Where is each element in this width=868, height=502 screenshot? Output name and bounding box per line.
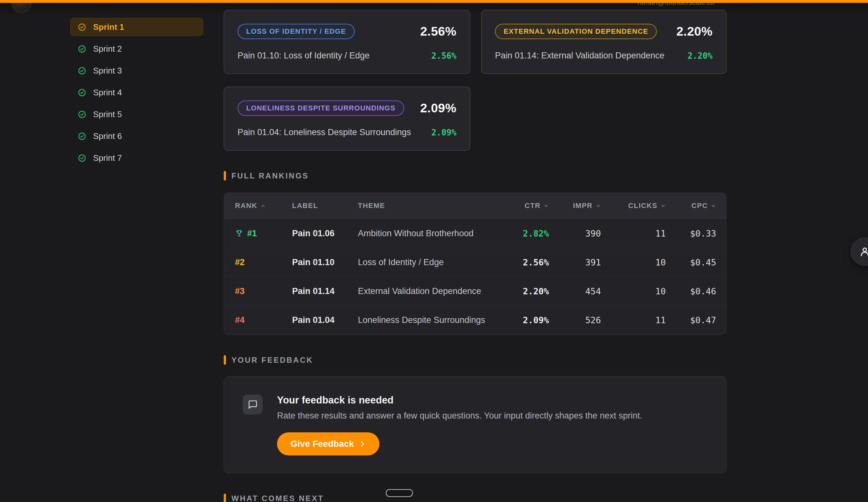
rank-cell: #4: [235, 315, 292, 325]
feedback-content: Your feedback is needed Rate these resul…: [277, 395, 642, 456]
sidebar-item-label: Sprint 5: [93, 109, 122, 119]
clicks-cell: 10: [601, 258, 666, 268]
column-header-theme[interactable]: THEME: [358, 201, 498, 210]
cpc-cell: $0.45: [666, 258, 716, 268]
section-title: WHAT COMES NEXT: [231, 494, 324, 502]
sidebar-item-sprint-7[interactable]: Sprint 7: [70, 149, 203, 167]
pain-detail: Pain 01.04: Loneliness Despite Surroundi…: [238, 127, 411, 137]
column-header-rank[interactable]: RANK: [235, 201, 292, 210]
impr-cell: 526: [549, 315, 601, 325]
clicks-cell: 10: [601, 286, 666, 296]
sidebar-item-label: Sprint 1: [93, 22, 124, 32]
sidebar-item-label: Sprint 7: [93, 153, 122, 163]
theme-badge: LONELINESS DESPITE SURROUNDINGS: [238, 101, 404, 116]
check-circle-icon: [78, 110, 86, 119]
rank-cell: #3: [235, 286, 292, 296]
speech-bubble-icon: [248, 400, 258, 410]
sidebar-item-sprint-1[interactable]: Sprint 1: [70, 18, 203, 36]
column-header-ctr[interactable]: CTR: [498, 201, 549, 210]
check-circle-icon: [78, 66, 86, 75]
ctr-value: 2.20%: [676, 24, 713, 39]
ctr-value: 2.09%: [420, 101, 456, 115]
theme-cell: Ambition Without Brotherhood: [358, 229, 498, 239]
theme-badge: LOSS OF IDENTITY / EDGE: [238, 24, 355, 39]
floating-widget-button[interactable]: [851, 238, 868, 266]
impr-cell: 454: [549, 286, 601, 296]
feedback-body: Rate these results and answer a few quic…: [277, 411, 642, 421]
top-performer-cards: LOSS OF IDENTITY / EDGE 2.56% Pain 01.10…: [224, 10, 726, 150]
section-title: FULL RANKINGS: [231, 171, 309, 180]
column-header-clicks[interactable]: CLICKS: [601, 201, 666, 210]
section-accent-bar: [224, 494, 226, 502]
trophy-icon: [235, 229, 243, 238]
ctr-cell: 2.82%: [498, 229, 549, 239]
sidebar-item-label: Sprint 2: [93, 44, 122, 54]
rankings-table: RANK LABEL THEME CTR IMPR C: [224, 192, 726, 335]
your-feedback-section-header: YOUR FEEDBACK: [224, 355, 726, 365]
give-feedback-button[interactable]: Give Feedback: [277, 432, 380, 456]
sidebar-item-sprint-6[interactable]: Sprint 6: [70, 127, 203, 145]
chevron-down-icon: [544, 203, 549, 209]
sidebar-item-label: Sprint 6: [93, 131, 122, 141]
sidebar-item-sprint-3[interactable]: Sprint 3: [70, 62, 203, 80]
feedback-icon-box: [243, 395, 262, 415]
sidebar-item-sprint-5[interactable]: Sprint 5: [70, 105, 203, 123]
pain-detail-value: 2.56%: [432, 51, 456, 61]
pain-detail-value: 2.09%: [432, 128, 456, 137]
impr-cell: 391: [549, 258, 601, 268]
table-row: #3 Pain 01.14 External Validation Depend…: [224, 277, 726, 305]
feedback-title: Your feedback is needed: [277, 395, 642, 406]
table-row: #2 Pain 01.10 Loss of Identity / Edge 2.…: [224, 248, 726, 277]
sidebar-item-label: Sprint 4: [93, 87, 122, 97]
performer-card-external-validation: EXTERNAL VALIDATION DEPENDENCE 2.20% Pai…: [481, 10, 726, 74]
full-rankings-section-header: FULL RANKINGS: [224, 171, 726, 180]
chevron-down-icon: [660, 203, 666, 209]
column-header-cpc[interactable]: CPC: [666, 201, 716, 210]
chevron-down-icon: [711, 203, 716, 209]
column-header-impr[interactable]: IMPR: [549, 201, 601, 210]
column-header-label[interactable]: LABEL: [292, 201, 358, 210]
table-row: #4 Pain 01.04 Loneliness Despite Surroun…: [224, 305, 726, 334]
performer-card-loneliness: LONELINESS DESPITE SURROUNDINGS 2.09% Pa…: [224, 87, 470, 150]
top-progress-bar: [0, 0, 868, 3]
sprint-sidebar: Sprint 1 Sprint 2 Sprint 3 Sprint 4 Spri…: [70, 18, 203, 167]
section-accent-bar: [224, 355, 226, 365]
label-cell: Pain 01.10: [292, 258, 358, 268]
sidebar-item-sprint-2[interactable]: Sprint 2: [70, 40, 203, 58]
cpc-cell: $0.47: [666, 315, 716, 325]
theme-cell: Loneliness Despite Surroundings: [358, 315, 498, 325]
sidebar-item-sprint-4[interactable]: Sprint 4: [70, 83, 203, 102]
ctr-cell: 2.09%: [498, 315, 549, 325]
clicks-cell: 11: [601, 315, 666, 325]
assistant-icon: [858, 245, 868, 258]
label-cell: Pain 01.04: [292, 315, 358, 325]
chevron-up-icon: [260, 203, 266, 209]
clicks-cell: 11: [601, 229, 666, 239]
pain-detail: Pain 01.10: Loss of Identity / Edge: [238, 51, 370, 61]
rank-cell: #1: [235, 229, 292, 239]
section-title: YOUR FEEDBACK: [231, 356, 313, 365]
page: roman@founderscale.co Sprint 1 Sprint 2 …: [0, 0, 868, 502]
theme-cell: Loss of Identity / Edge: [358, 258, 498, 268]
drag-handle-pill[interactable]: [386, 489, 413, 497]
cpc-cell: $0.33: [666, 229, 716, 239]
section-accent-bar: [224, 171, 226, 180]
feedback-card: Your feedback is needed Rate these resul…: [224, 376, 726, 473]
check-circle-icon: [78, 23, 86, 31]
label-cell: Pain 01.14: [292, 286, 358, 296]
rank-cell: #2: [235, 258, 292, 268]
pain-detail-value: 2.20%: [688, 51, 713, 61]
ctr-value: 2.56%: [420, 24, 456, 39]
ctr-cell: 2.20%: [498, 286, 549, 296]
performer-card-loss-of-identity: LOSS OF IDENTITY / EDGE 2.56% Pain 01.10…: [224, 10, 470, 74]
check-circle-icon: [78, 154, 86, 163]
what-comes-next-section-header: WHAT COMES NEXT: [224, 494, 726, 502]
theme-badge: EXTERNAL VALIDATION DEPENDENCE: [495, 24, 657, 39]
check-circle-icon: [78, 132, 86, 140]
ctr-cell: 2.56%: [498, 258, 549, 268]
chevron-down-icon: [596, 203, 601, 209]
theme-cell: External Validation Dependence: [358, 286, 498, 296]
cpc-cell: $0.46: [666, 286, 716, 296]
check-circle-icon: [78, 45, 86, 53]
check-circle-icon: [78, 88, 86, 97]
